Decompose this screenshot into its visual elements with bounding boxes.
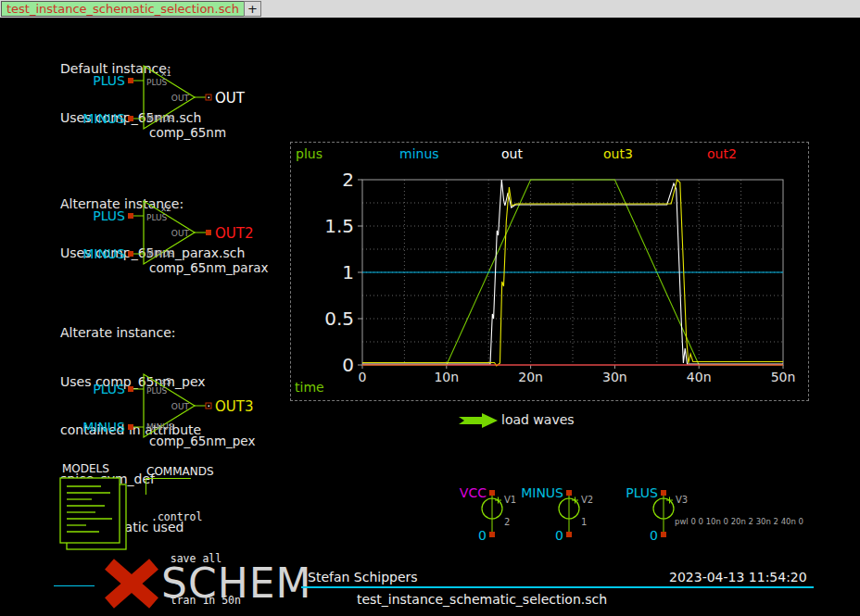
net-label[interactable]: PLUS [626,485,658,500]
x-axis-title: time [295,380,324,395]
out-pin-dot [209,406,210,408]
pin-name-plus: PLUS [146,213,168,222]
designator: x1 [161,69,171,78]
tab-current-schematic[interactable]: test_instance_schematic_selection.sch [1,1,245,17]
designator: x2 [161,204,171,213]
source-name: V1 [504,495,516,505]
legend-plus: plus [296,146,322,161]
ground-label[interactable]: 0 [478,528,487,543]
launcher-arrow-icon[interactable] [458,412,500,429]
net-label-minus[interactable]: MINUS [82,111,125,126]
net-label[interactable]: MINUS [521,485,563,500]
source-value: 2 [504,517,510,527]
date-time: 2023-04-13 11:54:20 [669,570,807,585]
source-value: 1 [581,517,587,527]
net-label-plus[interactable]: PLUS [93,382,125,396]
net-label-minus[interactable]: MINUS [82,246,125,261]
pin-name-minus: MINUS [146,422,174,432]
top-pin[interactable] [566,490,572,496]
models-label: MODELS [62,462,109,475]
x-tick-label: 10n [421,370,473,384]
tab-bar: test_instance_schematic_selection.sch + [0,0,860,18]
waveform-graph[interactable]: plusminusoutout3out2 010n20n30n40n50n21.… [290,142,809,401]
load-waves-launcher[interactable]: load waves [501,412,575,427]
net-label-out[interactable]: OUT2 [215,225,254,242]
minus-pin[interactable] [128,424,133,430]
bottom-pin[interactable] [566,532,572,537]
x-tick-label: 40n [673,370,725,384]
legend-out3: out3 [603,146,633,161]
vsource-v1[interactable]: VCC 0 V1 2 [453,485,531,545]
y-tick-label: 1.5 [291,215,354,237]
out-pin-dot [209,97,210,99]
pin-name-out: OUT [171,94,190,103]
comparator-symbol-x1[interactable]: PLUS MINUS PLUS MINUS OUT x1 OUT comp_65… [88,54,255,142]
net-label-out[interactable]: OUT [215,90,246,107]
net-label-minus[interactable]: MINUS [82,420,125,434]
top-pin[interactable] [489,490,495,496]
source-name: V3 [676,495,688,505]
minus-pin[interactable] [128,251,133,257]
legend-out2: out2 [707,146,737,161]
comparator-symbol-x3[interactable]: PLUS MINUS PLUS MINUS OUT x3 OUT3 comp_6… [88,362,255,450]
source-value: pwl 0 0 10n 0 20n 2 30n 2 40n 0 [675,517,803,526]
net-label[interactable]: VCC [460,485,487,500]
symbol-name: comp_65nm [149,125,226,140]
models-stack-icon[interactable] [58,476,136,554]
comparator-symbol-x2[interactable]: PLUS MINUS PLUS MINUS OUT x2 OUT2 comp_6… [88,189,255,277]
legend-minus: minus [399,146,439,161]
title-block-line-left [54,585,95,586]
plus-pin[interactable] [128,386,133,392]
plus-pin[interactable] [128,213,133,219]
pin-name-plus: PLUS [146,386,168,396]
vsource-v3[interactable]: PLUS 0 V3 pwl 0 0 10n 0 20n 2 30n 2 40n … [625,485,856,545]
pin-name-minus: MINUS [146,249,174,258]
schematic-filename: test_instance_schematic_selection.sch [287,592,677,607]
designator: x3 [161,377,171,386]
vsource-v2[interactable]: MINUS 0 V2 1 [530,485,608,545]
y-tick-label: 0 [291,354,354,376]
xschem-logo-x [102,559,161,608]
out-pin[interactable] [206,230,211,235]
symbol-name: comp_65nm_pex [149,434,255,448]
pin-name-minus: MINUS [146,114,174,123]
bottom-pin[interactable] [489,532,495,537]
waveform-plot-area[interactable] [291,143,808,400]
net-label-out[interactable]: OUT3 [215,398,254,415]
x-tick-label: 20n [505,370,557,384]
source-name: V2 [581,495,593,505]
net-label-plus[interactable]: PLUS [93,73,125,88]
commands-label: COMMANDS [146,465,214,478]
symbol-name: comp_65nm_parax [149,260,268,275]
bottom-pin[interactable] [661,532,666,537]
x-tick-label: 50n [757,370,809,384]
legend-out: out [501,146,523,161]
ground-label[interactable]: 0 [555,528,563,543]
xschem-logo: SCHEM [102,559,312,608]
ground-label[interactable]: 0 [650,528,658,543]
plus-pin[interactable] [128,78,133,83]
pin-name-out: OUT [171,229,190,238]
y-tick-label: 0.5 [291,308,354,330]
new-tab-button[interactable]: + [244,1,261,17]
pin-name-out: OUT [171,402,190,411]
y-tick-label: 2 [291,169,354,191]
title-block-underline [301,586,814,588]
y-tick-label: 1 [291,261,354,283]
author-name: Stefan Schippers [308,570,418,585]
x-tick-label: 30n [588,370,640,384]
pin-name-plus: PLUS [146,78,168,87]
top-pin[interactable] [661,490,666,496]
net-label-plus[interactable]: PLUS [93,208,125,223]
minus-pin[interactable] [128,116,133,121]
